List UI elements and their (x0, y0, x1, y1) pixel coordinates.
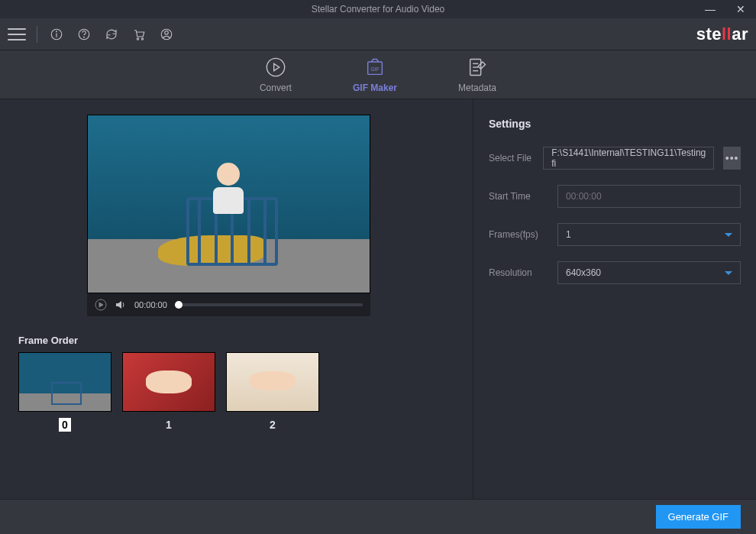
svg-marker-10 (274, 63, 279, 70)
divider (37, 26, 37, 43)
svg-point-8 (165, 31, 169, 34)
frame-thumb-2[interactable]: 2 (226, 352, 319, 432)
app-title: Stellar Converter for Audio Video (312, 4, 445, 15)
svg-point-5 (137, 37, 138, 39)
svg-text:GIF: GIF (370, 66, 380, 71)
metadata-icon (467, 57, 488, 78)
logo: stellar (696, 24, 748, 44)
frame-thumb-0[interactable]: 0 (18, 352, 111, 432)
video-preview (87, 115, 370, 293)
select-file-input[interactable]: F:\S1441\Internal\TESTING11\Testing fi (543, 147, 714, 170)
toolbar: stellar (0, 18, 756, 50)
info-icon[interactable] (48, 26, 65, 43)
convert-icon (265, 57, 286, 78)
close-button[interactable]: ✕ (725, 0, 756, 18)
settings-title: Settings (489, 118, 741, 130)
frame-thumb-1[interactable]: 1 (122, 352, 215, 432)
minimize-button[interactable]: — (695, 0, 725, 18)
settings-panel: Settings Select File F:\S1441\Internal\T… (473, 99, 756, 499)
player-time: 00:00:00 (134, 300, 167, 309)
main-content: 00:00:00 Frame Order 0 1 2 Set (0, 99, 756, 499)
tabs: Convert GIF GIF Maker Metadata (0, 50, 756, 99)
start-time-label: Start Time (489, 191, 548, 202)
footer: Generate GIF (0, 499, 756, 534)
chevron-down-icon (725, 233, 732, 237)
svg-marker-18 (99, 303, 103, 307)
chevron-down-icon (725, 271, 732, 275)
menu-button[interactable] (8, 28, 26, 40)
resolution-label: Resolution (489, 267, 548, 278)
svg-point-4 (84, 37, 85, 37)
select-file-label: Select File (489, 153, 534, 163)
tab-metadata[interactable]: Metadata (458, 57, 496, 93)
refresh-icon[interactable] (103, 26, 120, 43)
frame-order-title: Frame Order (18, 335, 454, 346)
tab-gif-maker[interactable]: GIF GIF Maker (353, 57, 397, 93)
svg-point-9 (267, 58, 284, 76)
cart-icon[interactable] (131, 26, 147, 43)
player-controls: 00:00:00 (87, 293, 370, 316)
volume-button[interactable] (115, 299, 127, 311)
play-button[interactable] (95, 299, 107, 311)
tab-convert[interactable]: Convert (260, 57, 292, 93)
generate-gif-button[interactable]: Generate GIF (656, 505, 741, 529)
svg-point-6 (141, 37, 143, 39)
help-icon[interactable] (76, 26, 92, 43)
frame-order-section: Frame Order 0 1 2 (18, 335, 454, 432)
resolution-select[interactable]: 640x360 (557, 261, 741, 284)
start-time-input[interactable]: 00:00:00 (557, 185, 741, 208)
user-icon[interactable] (158, 26, 175, 43)
frames-select[interactable]: 1 (557, 223, 741, 246)
titlebar: Stellar Converter for Audio Video — ✕ (0, 0, 756, 18)
svg-marker-19 (116, 301, 121, 309)
progress-bar[interactable] (175, 303, 363, 306)
left-panel: 00:00:00 Frame Order 0 1 2 (0, 99, 473, 499)
gif-icon: GIF (364, 57, 386, 78)
browse-button[interactable]: ••• (723, 147, 741, 170)
svg-point-2 (57, 31, 57, 31)
frames-label: Frames(fps) (489, 229, 548, 240)
